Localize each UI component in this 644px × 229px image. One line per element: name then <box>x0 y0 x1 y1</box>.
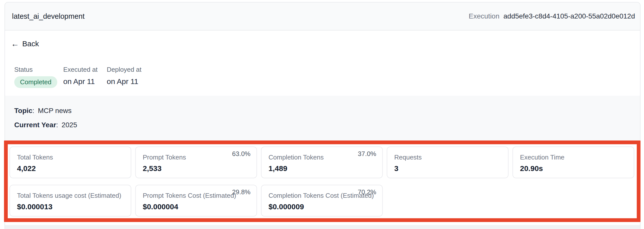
deployed-at-label: Deployed at <box>107 66 142 74</box>
metric-value: 2,533 <box>143 164 250 173</box>
inputs-section: Topic:MCP news Current Year:2025 <box>5 96 640 141</box>
metric-label: Requests <box>394 154 502 161</box>
execution-id-group: Execution add5efe3-c8d4-4105-a200-55a02d… <box>469 12 635 20</box>
executed-at-value: on Apr 11 <box>63 77 98 86</box>
execution-detail-panel: latest_ai_development Execution add5efe3… <box>4 2 640 229</box>
crew-title: latest_ai_development <box>12 12 84 20</box>
back-label: Back <box>22 40 39 48</box>
status-badge: Completed <box>14 76 57 88</box>
status-column: Status Completed <box>14 66 57 88</box>
back-arrow-icon: ← <box>11 40 19 48</box>
back-button[interactable]: ← Back <box>11 40 39 48</box>
metric-card-execution-time: Execution Time 20.90s <box>512 146 634 178</box>
topic-separator: : <box>32 107 34 114</box>
metric-card-prompt-tokens: Prompt Tokens 2,533 63.0% <box>135 146 257 178</box>
status-label: Status <box>14 66 57 74</box>
execution-id: add5efe3-c8d4-4105-a200-55a02d0e012d <box>504 12 635 20</box>
topic-key: Topic <box>14 107 32 114</box>
current-year-separator: : <box>56 121 58 129</box>
next-section-band <box>5 225 640 229</box>
metric-percent: 70.2% <box>358 188 376 196</box>
metric-value: 20.90s <box>520 164 627 173</box>
metrics-grid: Total Tokens 4,022 Prompt Tokens 2,533 6… <box>10 146 634 216</box>
current-year-key: Current Year <box>14 121 56 129</box>
metric-card-total-cost: Total Tokens usage cost (Estimated) $0.0… <box>10 185 131 216</box>
topic-value: MCP news <box>38 107 72 114</box>
metric-value: $0.000009 <box>268 202 376 211</box>
metric-percent: 63.0% <box>232 150 250 158</box>
metric-percent: 37.0% <box>358 150 376 158</box>
metric-card-completion-cost: Completion Tokens Cost (Estimated) $0.00… <box>261 185 383 216</box>
panel-header: latest_ai_development Execution add5efe3… <box>5 2 640 30</box>
metric-value: $0.000004 <box>143 202 250 211</box>
executed-at-column: Executed at on Apr 11 <box>63 66 98 86</box>
metric-value: 4,022 <box>17 164 124 173</box>
deployed-at-value: on Apr 11 <box>107 77 142 86</box>
metric-value: $0.000013 <box>17 202 124 211</box>
topic-row: Topic:MCP news <box>14 107 72 115</box>
metric-value: 3 <box>394 164 502 173</box>
metric-value: 1,489 <box>268 164 376 173</box>
metric-label: Execution Time <box>520 154 627 161</box>
metric-card-prompt-cost: Prompt Tokens Cost (Estimated) $0.000004… <box>135 185 257 216</box>
metric-card-completion-tokens: Completion Tokens 1,489 37.0% <box>261 146 383 178</box>
executed-at-label: Executed at <box>63 66 98 74</box>
metric-card-requests: Requests 3 <box>387 146 508 178</box>
execution-label: Execution <box>469 12 500 20</box>
metric-label: Total Tokens <box>17 154 124 161</box>
current-year-row: Current Year:2025 <box>14 121 77 129</box>
metric-label: Total Tokens usage cost (Estimated) <box>17 192 124 199</box>
metric-card-total-tokens: Total Tokens 4,022 <box>10 146 131 178</box>
deployed-at-column: Deployed at on Apr 11 <box>107 66 142 86</box>
metric-percent: 29.8% <box>232 188 250 196</box>
current-year-value: 2025 <box>62 121 77 129</box>
